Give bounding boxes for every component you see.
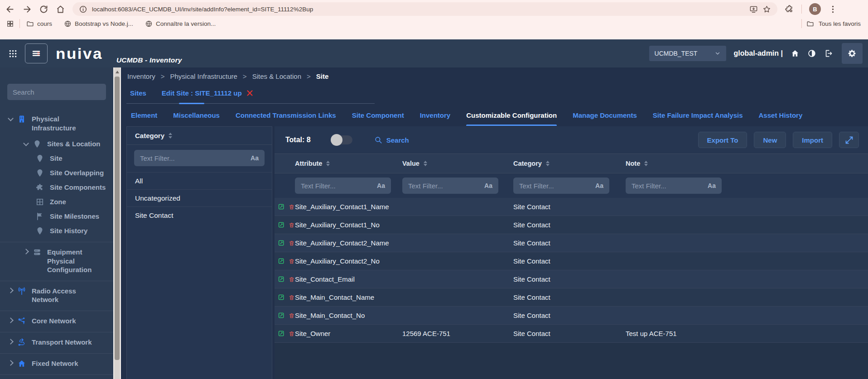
sidebar-item[interactable]: Outside Plant (OSP)	[0, 374, 113, 379]
sidebar-item[interactable]: Radio Access Network	[0, 281, 113, 307]
delete-icon[interactable]	[289, 221, 295, 229]
value-column-header[interactable]: Value	[402, 160, 513, 167]
note-column-header[interactable]: Note	[626, 160, 868, 167]
table-row[interactable]: Site_Owner 12569 ACE-751 Site Contact Te…	[275, 325, 868, 343]
home-icon[interactable]	[791, 49, 800, 58]
table-row[interactable]: Site_Main_Contact_No Site Contact	[275, 307, 868, 325]
contrast-icon[interactable]	[807, 49, 816, 58]
sort-icon[interactable]	[644, 161, 648, 167]
module-tab[interactable]: Asset History	[758, 105, 804, 126]
delete-icon[interactable]	[289, 330, 295, 337]
expand-button[interactable]	[839, 132, 859, 148]
chevron-icon[interactable]	[6, 361, 14, 365]
tab-edit-site[interactable]: Edit Site : SITE_11112 up	[162, 89, 254, 97]
sidebar-item[interactable]: Physical Infrastructure	[0, 112, 113, 135]
category-column-header[interactable]: Category	[513, 160, 626, 167]
vertical-scrollbar[interactable]	[113, 67, 121, 379]
sidebar-item[interactable]: Fixed Network	[0, 353, 113, 371]
case-sensitive-toggle[interactable]: Aa	[595, 182, 603, 189]
install-icon[interactable]	[749, 5, 758, 14]
breadcrumb-physical-infrastructure[interactable]: Physical Infrastructure	[170, 72, 237, 80]
sidebar-item[interactable]: Site Milestones	[0, 209, 113, 224]
chevron-icon[interactable]	[6, 288, 14, 293]
bookmark-star-icon[interactable]	[762, 5, 771, 14]
sort-icon[interactable]	[326, 161, 330, 167]
category-list-item[interactable]: Uncategorized	[127, 189, 272, 206]
edit-icon[interactable]	[278, 293, 285, 301]
case-sensitive-toggle[interactable]: Aa	[251, 154, 259, 162]
module-tab[interactable]: Connected Transmission Links	[235, 105, 337, 126]
delete-icon[interactable]	[289, 203, 295, 211]
sort-icon[interactable]	[169, 133, 172, 139]
close-icon[interactable]	[246, 89, 254, 97]
delete-icon[interactable]	[289, 276, 295, 283]
edit-icon[interactable]	[278, 221, 285, 229]
case-sensitive-toggle[interactable]: Aa	[377, 182, 385, 189]
sort-icon[interactable]	[546, 161, 550, 167]
apps-grid-icon[interactable]	[8, 49, 18, 58]
table-row[interactable]: Site_Contact_Email Site Contact	[275, 270, 868, 288]
domain-select[interactable]: UCMDB_TEST	[649, 46, 726, 61]
forward-icon[interactable]	[22, 5, 32, 14]
rows-toggle[interactable]	[332, 135, 352, 144]
sidebar-item[interactable]: Transport Network	[0, 332, 113, 350]
category-filter-input[interactable]: Text Filter... Aa	[513, 178, 609, 194]
chevron-icon[interactable]	[6, 116, 14, 120]
bookmark-apps-icon[interactable]	[6, 20, 14, 28]
table-row[interactable]: Site_Main_Contact_Name Site Contact	[275, 288, 868, 307]
table-row[interactable]: Site_Auxiliary_Contact2_Name Site Contac…	[275, 234, 868, 252]
app-logo[interactable]: nuiva	[56, 45, 103, 62]
all-bookmarks[interactable]: Tous les favoris	[801, 19, 861, 28]
scrollbar-thumb[interactable]	[115, 77, 120, 360]
category-list-item[interactable]: All	[127, 172, 272, 189]
browser-home-icon[interactable]	[56, 5, 65, 14]
attribute-column-header[interactable]: Attribute	[295, 160, 402, 167]
module-tab[interactable]: Miscellaneous	[172, 105, 221, 126]
value-filter-input[interactable]: Text Filter... Aa	[402, 178, 498, 194]
module-tab[interactable]: Element	[130, 105, 158, 126]
sidebar-item[interactable]: Equipment Physical Configuration	[0, 242, 113, 277]
sidebar-item[interactable]: Site History	[0, 224, 113, 238]
tab-sites[interactable]: Sites	[130, 89, 146, 97]
edit-icon[interactable]	[278, 203, 285, 211]
table-row[interactable]: Site_Auxiliary_Contact2_No Site Contact	[275, 252, 868, 270]
breadcrumb-sites-location[interactable]: Sites & Location	[252, 72, 301, 80]
page-info-icon[interactable]	[79, 5, 87, 14]
table-search-button[interactable]: Search	[374, 136, 409, 144]
sidebar-item[interactable]: Sites & Location	[0, 137, 113, 151]
delete-icon[interactable]	[289, 240, 295, 247]
category-filter-input[interactable]: Text Filter... Aa	[134, 150, 265, 166]
breadcrumb-inventory[interactable]: Inventory	[127, 72, 155, 80]
delete-icon[interactable]	[289, 312, 295, 319]
table-row[interactable]: Site_Auxiliary_Contact1_Name Site Contac…	[275, 198, 868, 216]
new-button[interactable]: New	[754, 132, 786, 148]
chevron-icon[interactable]	[22, 249, 30, 254]
sidebar-search-input[interactable]: Search	[7, 84, 106, 100]
bookmark-connaitre[interactable]: Connaître la version...	[145, 20, 216, 28]
chevron-icon[interactable]	[22, 141, 30, 145]
sidebar-item[interactable]: Site Overlapping	[0, 166, 113, 180]
attribute-filter-input[interactable]: Text Filter... Aa	[295, 178, 391, 194]
sidebar-item[interactable]: Site Components	[0, 180, 113, 195]
browser-menu-icon[interactable]	[828, 5, 838, 14]
module-tab[interactable]: Site Component	[351, 105, 405, 126]
sidebar-item[interactable]: Zone	[0, 195, 113, 209]
edit-icon[interactable]	[278, 239, 285, 247]
module-tab[interactable]: Site Failure Impact Analysis	[652, 105, 744, 126]
profile-avatar[interactable]: B	[809, 3, 821, 15]
sidebar-item[interactable]: Site	[0, 151, 113, 166]
edit-icon[interactable]	[278, 330, 285, 337]
module-tab[interactable]: Customizable Configuration	[465, 105, 558, 126]
sidebar-item[interactable]: Core Network	[0, 311, 113, 328]
edit-icon[interactable]	[278, 275, 285, 283]
case-sensitive-toggle[interactable]: Aa	[484, 182, 492, 189]
edit-icon[interactable]	[278, 257, 285, 265]
chevron-icon[interactable]	[6, 318, 14, 322]
case-sensitive-toggle[interactable]: Aa	[708, 182, 716, 189]
reload-icon[interactable]	[39, 5, 48, 14]
sort-icon[interactable]	[424, 161, 427, 167]
menu-button[interactable]	[25, 43, 48, 63]
url-text[interactable]: localhost:6083/ACE_UCMDB_UI/inv/site/add…	[92, 6, 745, 13]
edit-icon[interactable]	[278, 312, 285, 319]
module-tab[interactable]: Inventory	[419, 105, 452, 126]
